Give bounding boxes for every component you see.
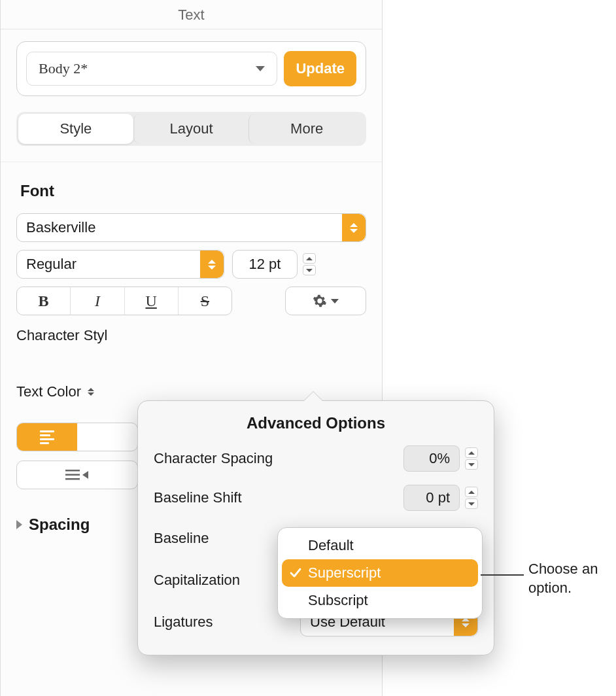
- check-icon: [290, 567, 301, 579]
- font-size-value: 12 pt: [249, 256, 281, 273]
- capitalization-label: Capitalization: [154, 572, 240, 589]
- popover-title: Advanced Options: [154, 414, 478, 432]
- panel-title: Text: [1, 0, 382, 29]
- text-color-label: Text Color: [16, 383, 81, 400]
- character-spacing-stepper[interactable]: [465, 447, 478, 470]
- font-weight-value: Regular: [17, 256, 200, 273]
- triangle-left-icon: [82, 471, 89, 479]
- annotation-text: Choose an option.: [528, 560, 613, 597]
- updown-arrows-icon: [342, 214, 366, 241]
- font-size-stepper[interactable]: [303, 253, 316, 275]
- paragraph-style-value: Body 2*: [39, 60, 88, 77]
- stepper-up-icon[interactable]: [303, 253, 316, 264]
- updown-arrows-icon: [200, 251, 224, 278]
- character-spacing-value: 0%: [429, 450, 450, 466]
- font-family-value: Baskerville: [17, 219, 342, 236]
- stepper-down-icon[interactable]: [303, 265, 316, 275]
- menu-item-label: Superscript: [308, 565, 381, 582]
- chevron-down-icon: [331, 299, 339, 304]
- align-left-button[interactable]: [17, 423, 77, 451]
- font-style-group: B I U S: [16, 287, 232, 315]
- alignment-segmented: [16, 423, 138, 451]
- svg-rect-2: [65, 478, 80, 480]
- baseline-label: Baseline: [154, 530, 209, 547]
- baseline-option-subscript[interactable]: Subscript: [282, 587, 478, 614]
- baseline-option-superscript[interactable]: Superscript: [282, 559, 478, 587]
- tab-more[interactable]: More: [248, 114, 364, 144]
- bold-button[interactable]: B: [17, 287, 70, 315]
- update-button[interactable]: Update: [284, 51, 356, 86]
- advanced-options-button[interactable]: [285, 287, 366, 315]
- svg-rect-1: [65, 474, 80, 476]
- baseline-menu: Default Superscript Subscript: [277, 527, 483, 619]
- list-icon: [65, 469, 80, 481]
- character-style-label: Character Styl: [16, 327, 366, 344]
- svg-rect-0: [65, 470, 80, 472]
- tab-layout[interactable]: Layout: [133, 114, 249, 144]
- align-center-button[interactable]: [77, 423, 137, 451]
- tab-style[interactable]: Style: [18, 114, 133, 144]
- align-left-icon: [40, 430, 54, 444]
- font-weight-select[interactable]: Regular: [16, 250, 224, 279]
- font-size-input[interactable]: 12 pt: [232, 250, 298, 279]
- text-color-stepper[interactable]: [88, 388, 94, 396]
- disclosure-triangle-icon[interactable]: [16, 520, 22, 529]
- strikethrough-button[interactable]: S: [178, 287, 231, 315]
- text-tabs: Style Layout More: [16, 112, 366, 146]
- spacing-label: Spacing: [29, 515, 90, 534]
- menu-item-label: Subscript: [308, 592, 368, 609]
- annotation-leader-line: [481, 574, 524, 576]
- gear-icon: [313, 294, 327, 308]
- baseline-shift-input[interactable]: 0 pt: [403, 485, 460, 511]
- baseline-shift-stepper[interactable]: [465, 487, 478, 509]
- font-family-select[interactable]: Baskerville: [16, 213, 366, 242]
- character-spacing-label: Character Spacing: [154, 450, 273, 467]
- baseline-shift-value: 0 pt: [426, 489, 450, 506]
- underline-button[interactable]: U: [124, 287, 178, 315]
- menu-item-label: Default: [308, 537, 354, 554]
- font-section-label: Font: [20, 182, 366, 200]
- character-spacing-input[interactable]: 0%: [403, 445, 460, 472]
- ligatures-label: Ligatures: [154, 614, 213, 631]
- paragraph-style-container: Body 2* Update: [16, 41, 366, 96]
- italic-button[interactable]: I: [70, 287, 124, 315]
- chevron-down-icon: [256, 66, 265, 71]
- list-indent-button[interactable]: [16, 461, 138, 489]
- paragraph-style-select[interactable]: Body 2*: [26, 52, 277, 86]
- baseline-option-default[interactable]: Default: [282, 532, 478, 559]
- baseline-shift-label: Baseline Shift: [154, 489, 242, 506]
